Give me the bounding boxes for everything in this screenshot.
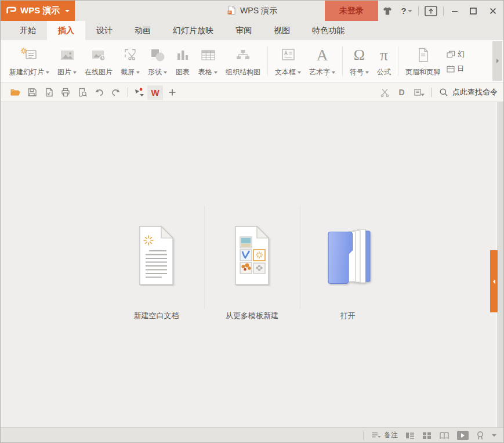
document-tab-label: WPS 演示 [240,6,277,16]
textbox-button[interactable]: 文本框 [271,41,305,81]
reading-view-button[interactable] [439,431,449,440]
wps-w-icon: W [147,85,163,100]
formula-button[interactable]: π 公式 [373,41,395,81]
chevron-down-icon [73,71,77,74]
formula-icon: π [380,43,388,67]
table-icon [200,43,217,67]
print-button[interactable] [57,85,74,100]
header-footer-icon [414,43,432,67]
new-slide-label: 新建幻灯片 [9,67,44,77]
screenshot-button[interactable]: 截屏 [117,41,144,81]
picture-button[interactable]: 图片 [53,41,81,81]
org-chart-icon [234,43,252,67]
clipboard-dropdown-icon [414,88,426,98]
wordart-button[interactable]: A 艺术字 [305,41,339,81]
tools-button[interactable] [376,85,393,100]
undo-button[interactable] [90,85,107,100]
header-footer-label: 页眉和页脚 [405,67,440,77]
help-button[interactable]: ? [397,1,416,21]
search-icon [439,88,448,97]
slide-sorter-button[interactable] [422,431,432,440]
maximize-button[interactable] [464,1,483,21]
status-dropdown-button[interactable] [492,434,496,437]
chart-label: 图表 [176,67,190,77]
login-button[interactable]: 未登录 [325,1,378,21]
print-preview-button[interactable] [74,85,90,100]
open-folder-large-icon [321,225,375,286]
close-button[interactable] [483,1,503,21]
tab-view[interactable]: 视图 [263,21,301,40]
tab-review[interactable]: 审阅 [224,21,263,40]
reading-view-icon [439,431,449,440]
redo-icon [111,87,121,98]
shapes-label: 形状 [148,67,162,77]
minimize-icon [451,7,459,15]
help-icon: ? [401,6,406,16]
textbox-label: 文本框 [275,67,296,77]
new-tab-button[interactable] [164,85,180,100]
import-button[interactable] [410,85,429,100]
tab-design[interactable]: 设计 [85,21,124,40]
symbol-button[interactable]: Ω 符号 [346,41,373,81]
chevron-down-icon [492,434,496,437]
chart-button[interactable]: 图表 [171,41,194,81]
chevron-down-icon [136,71,140,74]
start-screen: 新建空白文档 [1,102,503,427]
d-icon: D [398,88,404,97]
template-document-icon [227,225,277,286]
print-preview-icon [77,87,88,98]
find-command-button[interactable]: 点此查找命令 [434,87,498,98]
open-document-button[interactable]: 打开 [300,206,396,321]
data-recovery-button[interactable]: D [393,85,410,100]
tab-animation[interactable]: 动画 [124,21,162,40]
datetime-button[interactable]: 日 [447,64,471,74]
upload-icon [425,6,437,16]
customize-toolbar-button[interactable] [132,85,147,100]
new-blank-document-button[interactable]: 新建空白文档 [109,206,204,321]
normal-view-button[interactable] [405,431,415,440]
table-label: 表格 [198,67,212,77]
open-document-label: 打开 [340,311,356,321]
table-button[interactable]: 表格 [194,41,222,81]
screenshot-icon [122,43,139,67]
new-slide-button[interactable]: 新建幻灯片 [5,41,53,81]
seal-button[interactable] [476,431,484,440]
shapes-button[interactable]: 形状 [144,41,171,81]
header-footer-button[interactable]: 页眉和页脚 [401,41,444,81]
wordart-label: 艺术字 [309,67,330,77]
wps-home-button[interactable]: W [147,85,164,100]
marker-dropdown-icon [133,87,146,98]
redo-button[interactable] [107,85,124,100]
quick-access-toolbar: W D 点此查找命令 [1,83,503,102]
tab-special-features[interactable]: 特色功能 [301,21,356,40]
slide-number-button[interactable]: 幻 [447,49,471,59]
wps-presentation-window: WPS 演示 WPS 演示 未登录 ? [0,0,504,443]
skin-button[interactable] [378,1,397,21]
tab-home[interactable]: 开始 [9,21,47,40]
online-picture-button[interactable]: 在线图片 [81,41,117,81]
divider [431,88,432,97]
chevron-down-icon [408,10,412,12]
minimize-button[interactable] [445,1,464,21]
export-pdf-button[interactable] [40,85,57,100]
formula-label: 公式 [377,67,391,77]
slideshow-button[interactable] [457,431,469,440]
app-menu-button[interactable]: WPS 演示 [1,1,75,21]
export-pdf-icon [43,87,54,98]
ribbon-overflow-column: 幻 日 [444,41,471,81]
open-file-button[interactable] [6,85,23,100]
document-tab[interactable]: WPS 演示 [227,1,277,21]
tab-insert[interactable]: 插入 [47,21,85,40]
side-panel-handle[interactable] [490,250,498,312]
tab-slideshow[interactable]: 幻灯片放映 [162,21,224,40]
new-from-template-button[interactable]: 从更多模板新建 [205,206,300,321]
notes-button[interactable]: 备注 [371,430,398,440]
upload-button[interactable] [420,1,441,21]
symbol-icon: Ω [354,43,365,67]
picture-icon [59,43,76,67]
org-chart-button[interactable]: 组织结构图 [222,41,264,81]
ribbon-expand-button[interactable] [492,41,502,81]
print-icon [60,87,71,98]
picture-label: 图片 [57,67,71,77]
save-button[interactable] [23,85,40,100]
